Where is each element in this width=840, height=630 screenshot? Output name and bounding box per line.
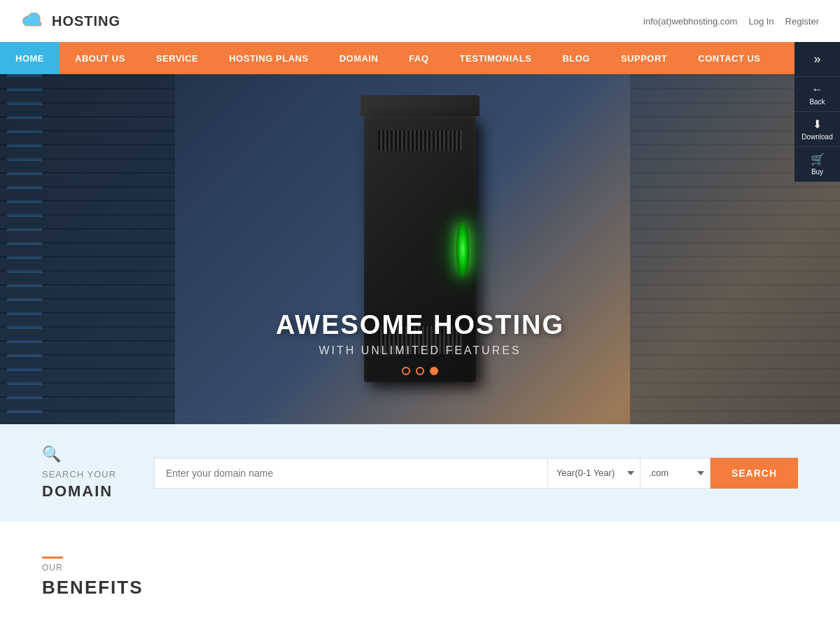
nav-testimonials[interactable]: TESTIMONIALS xyxy=(444,42,547,74)
cart-icon: 🛒 xyxy=(811,153,825,166)
side-back-button[interactable]: ← Back xyxy=(794,77,840,112)
nav-domain[interactable]: DOMAIN xyxy=(324,42,394,74)
hero-text-area: AWESOME HOSTING WITH UNLIMITED FEATURES xyxy=(0,310,840,375)
nav-blog[interactable]: BLOG xyxy=(547,42,606,74)
side-download-button[interactable]: ⬇ Download xyxy=(794,112,840,147)
nav-hosting-plans[interactable]: HOSTING PLANS xyxy=(214,42,323,74)
domain-search-button[interactable]: SEARCH xyxy=(710,458,798,489)
login-link[interactable]: Log In xyxy=(748,16,774,27)
hero-dot-3[interactable] xyxy=(430,367,438,375)
search-icon: 🔍 xyxy=(42,445,61,463)
domain-inputs: Year(0-1 Year) Year(1-2 Years) Year(2-3 … xyxy=(154,458,798,489)
logo: HOSTING xyxy=(21,13,120,29)
register-link[interactable]: Register xyxy=(785,16,819,27)
logo-text: HOSTING xyxy=(52,13,120,29)
domain-name-input[interactable] xyxy=(154,458,548,489)
tower-vent-top xyxy=(378,130,462,151)
domain-label: 🔍 SEARCH YOUR DOMAIN xyxy=(42,445,126,500)
hero-title: AWESOME HOSTING xyxy=(0,310,840,340)
side-expand-button[interactable]: » xyxy=(794,42,840,77)
domain-label-top: SEARCH YOUR xyxy=(42,469,116,479)
tower-top xyxy=(360,95,479,116)
side-buy-label: Buy xyxy=(811,168,823,176)
side-back-label: Back xyxy=(809,98,825,106)
download-icon: ⬇ xyxy=(813,118,822,131)
header-right: info(at)webhosting.com Log In Register xyxy=(643,16,819,27)
benefits-title: BENEFITS xyxy=(42,577,798,598)
nav-about[interactable]: ABOUT US xyxy=(59,42,141,74)
header: HOSTING info(at)webhosting.com Log In Re… xyxy=(0,0,840,42)
hero-dot-2[interactable] xyxy=(416,367,424,375)
domain-ext-select[interactable]: .com .net .org .info .biz xyxy=(640,458,710,489)
benefits-divider xyxy=(42,556,63,559)
benefits-section: OUR BENEFITS xyxy=(0,522,840,630)
back-icon: ← xyxy=(812,83,823,96)
domain-label-bottom: DOMAIN xyxy=(42,482,113,500)
nav-faq[interactable]: FAQ xyxy=(393,42,444,74)
domain-search-section: 🔍 SEARCH YOUR DOMAIN Year(0-1 Year) Year… xyxy=(0,424,840,522)
side-buy-button[interactable]: 🛒 Buy xyxy=(794,147,840,182)
hero-section: AWESOME HOSTING WITH UNLIMITED FEATURES xyxy=(0,74,840,424)
hero-subtitle: WITH UNLIMITED FEATURES xyxy=(0,344,840,357)
nav-home[interactable]: HOME xyxy=(0,42,59,74)
contact-email: info(at)webhosting.com xyxy=(643,16,737,27)
hero-dots xyxy=(0,367,840,375)
benefits-label-top: OUR xyxy=(42,563,798,573)
navbar: HOME ABOUT US SERVICE HOSTING PLANS DOMA… xyxy=(0,42,840,74)
cloud-logo-icon xyxy=(21,13,46,29)
domain-year-select[interactable]: Year(0-1 Year) Year(1-2 Years) Year(2-3 … xyxy=(548,458,640,489)
nav-contact[interactable]: CONTACT US xyxy=(682,42,776,74)
side-download-label: Download xyxy=(802,133,832,141)
side-panel: » ← Back ⬇ Download 🛒 Buy xyxy=(794,42,840,182)
tower-green-light xyxy=(456,221,469,277)
nav-support[interactable]: SUPPORT xyxy=(606,42,682,74)
hero-dot-1[interactable] xyxy=(402,367,410,375)
nav-service[interactable]: SERVICE xyxy=(141,42,214,74)
